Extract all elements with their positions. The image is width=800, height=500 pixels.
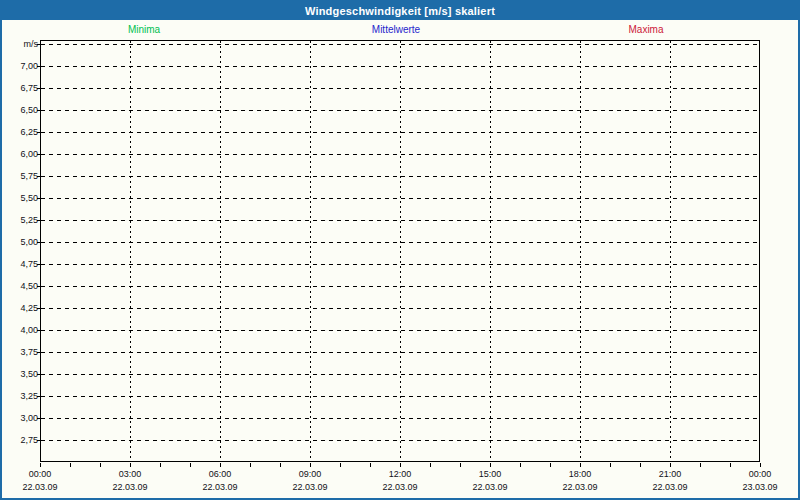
y-axis-tick [37, 154, 40, 155]
x-axis-time-label: 03:00 [119, 469, 142, 479]
x-axis-date-label: 22.03.09 [652, 482, 687, 492]
y-axis-tick [37, 88, 40, 89]
x-axis-tick [250, 463, 251, 467]
x-axis-time-label: 06:00 [209, 469, 232, 479]
x-axis-tick [130, 463, 131, 467]
legend-label-minima: Minima [128, 24, 160, 35]
x-axis-time-label: 18:00 [569, 469, 592, 479]
x-axis-tick [220, 463, 221, 467]
x-axis-date-label: 22.03.09 [292, 482, 327, 492]
x-axis-time-label: 21:00 [659, 469, 682, 479]
y-axis-tick [37, 242, 40, 243]
v-gridline [130, 41, 131, 461]
y-axis-label: 3,00 [2, 413, 38, 423]
x-axis-tick [490, 463, 491, 467]
x-axis-time-label: 00:00 [749, 469, 772, 479]
x-axis-date-label: 22.03.09 [562, 482, 597, 492]
window-title: Windgeschwindigkeit [m/s] skaliert [305, 5, 495, 17]
v-gridline [220, 41, 221, 461]
y-axis-label: 3,25 [2, 391, 38, 401]
v-gridline [490, 41, 491, 461]
x-axis-tick [340, 463, 341, 467]
v-gridline [310, 41, 311, 461]
x-axis-date-label: 22.03.09 [472, 482, 507, 492]
x-axis-time-label: 12:00 [389, 469, 412, 479]
x-axis-time-label: 09:00 [299, 469, 322, 479]
y-axis-label: 6,50 [2, 105, 38, 115]
y-axis-label: 4,50 [2, 281, 38, 291]
x-axis-tick [610, 463, 611, 467]
x-axis-tick [760, 463, 761, 467]
x-axis-tick [580, 463, 581, 467]
y-axis-label: 6,00 [2, 149, 38, 159]
y-axis-tick [37, 286, 40, 287]
y-axis-tick [37, 418, 40, 419]
x-axis-date-label: 23.03.09 [742, 482, 777, 492]
y-axis-tick [37, 396, 40, 397]
y-axis-tick [37, 132, 40, 133]
y-axis-tick [37, 176, 40, 177]
y-axis-label: 3,75 [2, 347, 38, 357]
x-axis-tick [430, 463, 431, 467]
x-axis-tick [400, 463, 401, 467]
x-axis-date-label: 22.03.09 [22, 482, 57, 492]
x-axis-date-label: 22.03.09 [202, 482, 237, 492]
y-axis-tick [37, 66, 40, 67]
y-axis-tick [37, 308, 40, 309]
y-axis-label: 5,75 [2, 171, 38, 181]
y-axis-tick [37, 330, 40, 331]
v-gridline [670, 41, 671, 461]
y-axis-tick [37, 352, 40, 353]
x-axis-tick [460, 463, 461, 467]
x-axis-tick [700, 463, 701, 467]
x-axis-tick [100, 463, 101, 467]
y-axis-label: 5,25 [2, 215, 38, 225]
x-axis-tick [280, 463, 281, 467]
x-axis-date-label: 22.03.09 [112, 482, 147, 492]
y-axis-label: 4,00 [2, 325, 38, 335]
y-axis-label: 7,00 [2, 61, 38, 71]
x-axis-tick [670, 463, 671, 467]
chart-window: Windgeschwindigkeit [m/s] skaliert Minim… [0, 0, 800, 500]
x-axis-tick [40, 463, 41, 467]
y-axis-tick [37, 198, 40, 199]
x-axis-tick [550, 463, 551, 467]
x-axis-tick [160, 463, 161, 467]
y-axis-label: 5,50 [2, 193, 38, 203]
y-axis-label: 3,50 [2, 369, 38, 379]
v-gridline [400, 41, 401, 461]
x-axis-date-label: 22.03.09 [382, 482, 417, 492]
y-axis-tick [37, 374, 40, 375]
x-axis-tick [190, 463, 191, 467]
x-axis-time-label: 15:00 [479, 469, 502, 479]
y-axis-label: 5,00 [2, 237, 38, 247]
y-axis-tick [37, 44, 40, 45]
y-axis-label: 6,25 [2, 127, 38, 137]
y-axis-label: 4,75 [2, 259, 38, 269]
y-axis-tick [37, 110, 40, 111]
y-axis-tick [37, 220, 40, 221]
x-axis-tick [520, 463, 521, 467]
x-axis-tick [70, 463, 71, 467]
v-gridline [580, 41, 581, 461]
x-axis-time-label: 00:00 [29, 469, 52, 479]
y-axis-label: 2,75 [2, 435, 38, 445]
legend-label-maxima: Maxima [628, 24, 663, 35]
y-axis-unit: m/s [2, 39, 38, 49]
x-axis-tick [730, 463, 731, 467]
y-axis-label: 6,75 [2, 83, 38, 93]
legend-label-mittelwerte: Mittelwerte [372, 24, 420, 35]
title-bar: Windgeschwindigkeit [m/s] skaliert [2, 2, 798, 20]
x-axis-tick [640, 463, 641, 467]
y-axis-tick [37, 440, 40, 441]
y-axis-label: 4,25 [2, 303, 38, 313]
y-axis-tick [37, 264, 40, 265]
x-axis-tick [310, 463, 311, 467]
x-axis-tick [370, 463, 371, 467]
